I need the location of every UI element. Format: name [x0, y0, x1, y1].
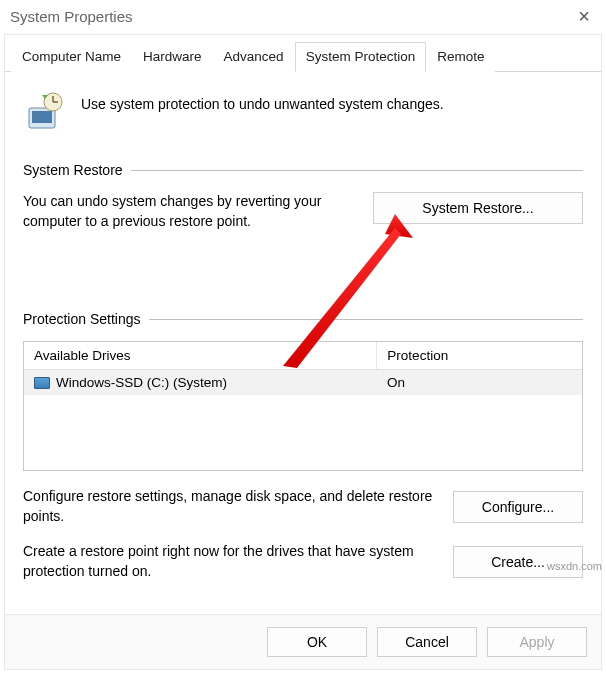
drive-name: Windows-SSD (C:) (System) — [56, 375, 227, 390]
intro-text: Use system protection to undo unwanted s… — [81, 90, 444, 112]
close-icon[interactable]: × — [572, 6, 596, 26]
dialog-body: Computer Name Hardware Advanced System P… — [4, 34, 602, 670]
col-available-drives[interactable]: Available Drives — [24, 342, 377, 369]
col-protection[interactable]: Protection — [377, 342, 582, 369]
system-restore-title: System Restore — [23, 162, 123, 178]
drives-table: Available Drives Protection Windows-SSD … — [23, 341, 583, 471]
tab-content: Use system protection to undo unwanted s… — [5, 72, 601, 614]
cancel-button[interactable]: Cancel — [377, 627, 477, 657]
disk-icon — [34, 377, 50, 389]
create-row: Create a restore point right now for the… — [23, 542, 583, 581]
intro-row: Use system protection to undo unwanted s… — [23, 90, 583, 134]
dialog-footer: OK Cancel Apply — [5, 614, 601, 669]
divider — [131, 170, 583, 171]
svg-rect-1 — [32, 111, 52, 123]
titlebar: System Properties × — [0, 0, 606, 34]
tabs: Computer Name Hardware Advanced System P… — [5, 35, 601, 72]
tab-advanced[interactable]: Advanced — [213, 42, 295, 72]
divider — [149, 319, 583, 320]
protection-settings-group: Protection Settings Available Drives Pro… — [23, 311, 583, 581]
system-restore-description: You can undo system changes by reverting… — [23, 192, 355, 231]
configure-row: Configure restore settings, manage disk … — [23, 487, 583, 526]
system-restore-button[interactable]: System Restore... — [373, 192, 583, 224]
configure-button[interactable]: Configure... — [453, 491, 583, 523]
watermark: wsxdn.com — [547, 560, 602, 572]
window-title: System Properties — [10, 8, 133, 25]
apply-button[interactable]: Apply — [487, 627, 587, 657]
drive-protection-status: On — [377, 370, 582, 395]
table-row[interactable]: Windows-SSD (C:) (System) On — [24, 370, 582, 395]
system-restore-group: System Restore You can undo system chang… — [23, 162, 583, 231]
tab-computer-name[interactable]: Computer Name — [11, 42, 132, 72]
tab-remote[interactable]: Remote — [426, 42, 495, 72]
ok-button[interactable]: OK — [267, 627, 367, 657]
system-protection-icon — [23, 90, 67, 134]
configure-text: Configure restore settings, manage disk … — [23, 487, 435, 526]
create-text: Create a restore point right now for the… — [23, 542, 435, 581]
tab-system-protection[interactable]: System Protection — [295, 42, 427, 72]
drives-header: Available Drives Protection — [24, 342, 582, 370]
protection-settings-title: Protection Settings — [23, 311, 141, 327]
tab-hardware[interactable]: Hardware — [132, 42, 213, 72]
